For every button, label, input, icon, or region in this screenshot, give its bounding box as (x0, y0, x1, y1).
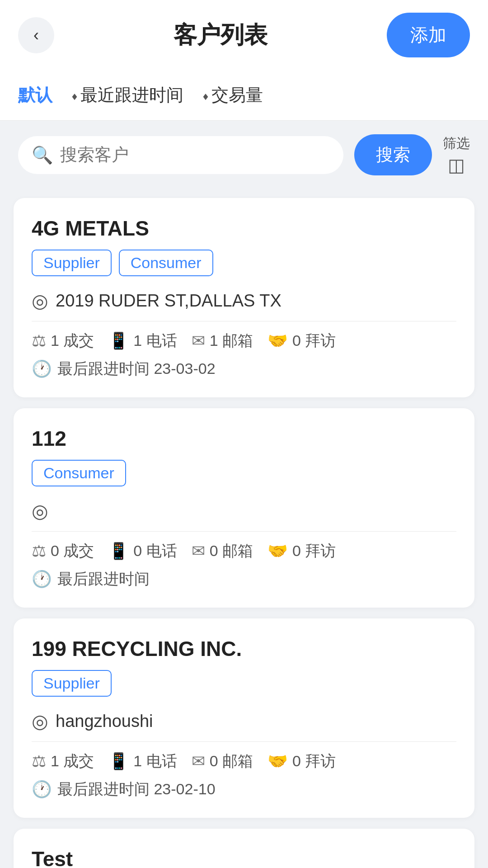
follow-time-row: 🕐 最后跟进时间 23-03-02 (32, 359, 456, 379)
address-text: 2019 RUDER ST,DALLAS TX (56, 291, 282, 311)
stats-row: ⚖ 1 成交 📱 1 电话 ✉ 0 邮箱 🤝 0 拜访 (32, 751, 456, 772)
address-row: ◎ 2019 RUDER ST,DALLAS TX (32, 290, 456, 312)
clock-icon: 🕐 (32, 780, 52, 799)
deals-icon: ⚖ (32, 331, 46, 350)
deals-count: 1 成交 (51, 751, 94, 772)
address-text: hangzhoushi (56, 712, 153, 731)
location-icon: ◎ (32, 710, 48, 732)
card-name: 199 RECYCLING INC. (32, 637, 456, 661)
stat-deals: ⚖ 0 成交 (32, 541, 94, 561)
filter-icon: ◫ (448, 155, 465, 175)
divider (32, 741, 456, 742)
calls-count: 1 电话 (133, 330, 177, 351)
customer-card[interactable]: Test Consumer ◎ ⚖ 0 成交 📱 0 电话 ✉ 0 邮箱 🤝 0… (14, 829, 474, 868)
visit-icon: 🤝 (267, 752, 288, 771)
sort-recent[interactable]: ⬧ 最近跟进时间 (70, 84, 183, 107)
deals-count: 0 成交 (51, 541, 94, 561)
back-icon: ‹ (33, 26, 39, 45)
phone-icon: 📱 (108, 542, 129, 561)
tags: Supplier (32, 670, 456, 697)
divider (32, 531, 456, 532)
customer-card[interactable]: 112 Consumer ◎ ⚖ 0 成交 📱 0 电话 ✉ 0 邮箱 🤝 0 … (14, 408, 474, 608)
follow-time-row: 🕐 最后跟进时间 23-02-10 (32, 779, 456, 800)
deals-icon: ⚖ (32, 752, 46, 771)
stat-visits: 🤝 0 拜访 (267, 541, 336, 561)
follow-time-label: 最后跟进时间 23-03-02 (57, 359, 216, 379)
email-icon: ✉ (192, 542, 205, 561)
search-icon: 🔍 (32, 145, 53, 165)
location-icon: ◎ (32, 290, 48, 312)
calls-count: 1 电话 (133, 751, 177, 772)
sort-bar: 默认 ⬧ 最近跟进时间 ⬧ 交易量 (0, 70, 488, 121)
tags: Consumer (32, 460, 456, 486)
visit-icon: 🤝 (267, 542, 288, 561)
tag-supplier: Supplier (32, 670, 112, 697)
clock-icon: 🕐 (32, 570, 52, 589)
add-button[interactable]: 添加 (387, 13, 470, 57)
back-button[interactable]: ‹ (18, 17, 54, 53)
emails-count: 0 邮箱 (210, 751, 253, 772)
visits-count: 0 拜访 (292, 751, 336, 772)
follow-time-row: 🕐 最后跟进时间 (32, 569, 456, 590)
deals-icon: ⚖ (32, 542, 46, 561)
tag-supplier: Supplier (32, 250, 112, 276)
sort-volume-arrow-icon: ⬧ (202, 88, 210, 103)
stat-calls: 📱 1 电话 (108, 751, 177, 772)
stat-visits: 🤝 0 拜访 (267, 330, 336, 351)
tag-consumer: Consumer (119, 250, 213, 276)
search-box: 🔍 (18, 136, 343, 174)
stat-calls: 📱 0 电话 (108, 541, 177, 561)
follow-time-label: 最后跟进时间 (57, 569, 150, 590)
search-row: 🔍 搜索 筛选 ◫ (0, 121, 488, 189)
stat-calls: 📱 1 电话 (108, 330, 177, 351)
address-row: ◎ (32, 500, 456, 522)
customer-card[interactable]: 199 RECYCLING INC. Supplier ◎ hangzhoush… (14, 618, 474, 818)
email-icon: ✉ (192, 331, 205, 350)
header: ‹ 客户列表 添加 (0, 0, 488, 70)
clock-icon: 🕐 (32, 359, 52, 378)
stat-emails: ✉ 0 邮箱 (192, 751, 253, 772)
visits-count: 0 拜访 (292, 541, 336, 561)
visits-count: 0 拜访 (292, 330, 336, 351)
customer-card[interactable]: 4G METALS SupplierConsumer ◎ 2019 RUDER … (14, 198, 474, 397)
email-icon: ✉ (192, 752, 205, 771)
phone-icon: 📱 (108, 331, 129, 350)
emails-count: 1 邮箱 (210, 330, 253, 351)
sort-volume[interactable]: ⬧ 交易量 (202, 84, 263, 107)
tag-consumer: Consumer (32, 460, 126, 486)
location-icon: ◎ (32, 500, 48, 522)
calls-count: 0 电话 (133, 541, 177, 561)
follow-time-label: 最后跟进时间 23-02-10 (57, 779, 216, 800)
search-button[interactable]: 搜索 (354, 134, 432, 175)
tags: SupplierConsumer (32, 250, 456, 276)
filter-label: 筛选 (443, 134, 470, 153)
visit-icon: 🤝 (267, 331, 288, 350)
page-title: 客户列表 (174, 19, 267, 51)
stat-visits: 🤝 0 拜访 (267, 751, 336, 772)
phone-icon: 📱 (108, 752, 129, 771)
card-name: 4G METALS (32, 216, 456, 241)
sort-default[interactable]: 默认 (18, 84, 52, 107)
stat-emails: ✉ 1 邮箱 (192, 330, 253, 351)
card-name: 112 (32, 426, 456, 451)
address-row: ◎ hangzhoushi (32, 710, 456, 732)
stat-emails: ✉ 0 邮箱 (192, 541, 253, 561)
stat-deals: ⚖ 1 成交 (32, 330, 94, 351)
sort-recent-arrow-icon: ⬧ (70, 88, 79, 103)
stats-row: ⚖ 1 成交 📱 1 电话 ✉ 1 邮箱 🤝 0 拜访 (32, 330, 456, 351)
emails-count: 0 邮箱 (210, 541, 253, 561)
stats-row: ⚖ 0 成交 📱 0 电话 ✉ 0 邮箱 🤝 0 拜访 (32, 541, 456, 561)
filter-button[interactable]: 筛选 ◫ (443, 134, 470, 175)
search-input[interactable] (60, 145, 330, 165)
stat-deals: ⚖ 1 成交 (32, 751, 94, 772)
divider (32, 321, 456, 321)
card-name: Test (32, 847, 456, 868)
cards-container: 4G METALS SupplierConsumer ◎ 2019 RUDER … (0, 189, 488, 868)
deals-count: 1 成交 (51, 330, 94, 351)
